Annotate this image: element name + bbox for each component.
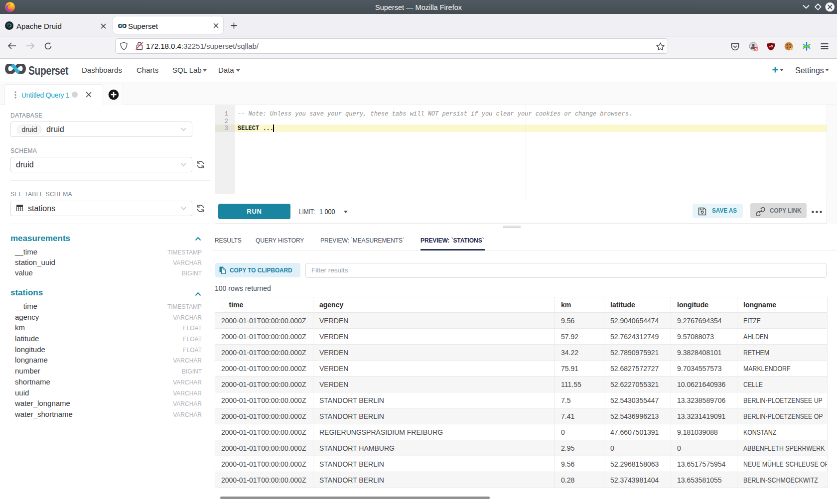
svg-text:uO: uO — [769, 45, 773, 48]
